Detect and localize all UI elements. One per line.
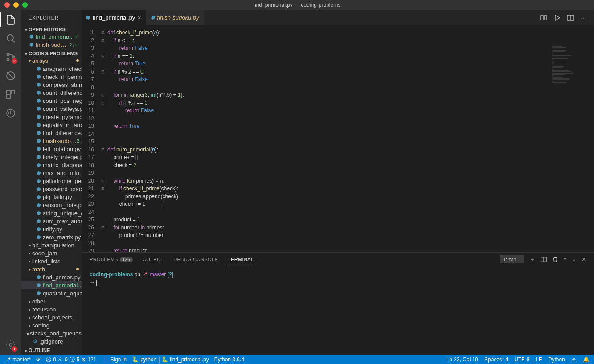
new-terminal-icon[interactable]: ＋ [530, 256, 535, 263]
folder-recursion[interactable]: ▸recursion [21, 305, 82, 313]
file-item[interactable]: ⬢zero_matrix.py [21, 233, 82, 241]
folder-math[interactable]: ▾math [21, 265, 82, 273]
close-window[interactable] [4, 2, 10, 8]
status-problems[interactable]: ⓧ 0 ⚠ 0 ⓘ 5 ⊘ 121 [46, 356, 96, 364]
split-terminal-icon[interactable] [541, 256, 547, 262]
terminal-selector[interactable]: 1: zsh [500, 255, 524, 263]
run-icon[interactable] [553, 14, 561, 21]
file-item[interactable]: ⬢ransom_note.py [21, 201, 82, 209]
status-encoding[interactable]: UTF-8 [514, 356, 529, 363]
file-item[interactable]: ⬢max_and_min_sum… [21, 169, 82, 177]
maximize-panel-icon[interactable]: ^ [564, 256, 566, 262]
file-item[interactable]: ⬢equality_in_array.py [21, 121, 82, 129]
status-lncol[interactable]: Ln 23, Col 19 [447, 356, 478, 363]
status-eol[interactable]: LF [536, 356, 542, 363]
code-editor[interactable]: 1234567891011121314151617181920212223242… [82, 25, 594, 252]
file-item[interactable]: ⬢left_rotation.py [21, 145, 82, 153]
file-item[interactable]: ⬢matrix_diagonal_di… [21, 161, 82, 169]
folder-sorting[interactable]: ▸sorting [21, 321, 82, 329]
file-item[interactable]: ⬢find_primes.py [21, 273, 82, 281]
panel-down-icon[interactable]: ⌄ [572, 256, 576, 262]
file-item[interactable]: ⬢finish-sudo…2, U [21, 137, 82, 145]
panel-tab-problems[interactable]: PROBLEMS126 [90, 254, 133, 265]
debug-icon[interactable] [5, 70, 16, 81]
status-branch[interactable]: ⎇ master* [4, 356, 31, 363]
status-signin[interactable]: 👤 Sign in [102, 356, 127, 363]
kill-terminal-icon[interactable] [552, 256, 558, 262]
close-tab-icon[interactable]: × [137, 14, 141, 21]
editor-tab[interactable]: ⬢finish-sudoku.py [146, 10, 204, 25]
source-control-icon[interactable]: 2 [5, 52, 16, 62]
file-item[interactable]: ⬢sum_max_subarra… [21, 217, 82, 225]
folder-other[interactable]: ▸other [21, 297, 82, 305]
maximize-window[interactable] [22, 2, 28, 8]
file-item[interactable]: ⬢count_pos_neg_ze… [21, 97, 82, 105]
status-sync[interactable]: ⟳ [36, 356, 41, 363]
minimap[interactable] [552, 45, 588, 134]
file-item[interactable]: ⬢string_unique_cha… [21, 209, 82, 217]
status-bell-icon[interactable]: 🔔 [583, 356, 590, 363]
line-numbers: 1234567891011121314151617181920212223242… [82, 25, 100, 252]
file-item[interactable]: ⬢urlify.py [21, 225, 82, 233]
settings-gear-icon[interactable]: 1 [5, 339, 16, 350]
file-item[interactable]: ⬢compress_string.py [21, 81, 82, 89]
bottom-panel: PROBLEMS126 OUTPUT DEBUG CONSOLE TERMINA… [82, 252, 594, 355]
file-item[interactable]: ⬢password_cracker… [21, 185, 82, 193]
file-item[interactable]: ⬢count_differences… [21, 89, 82, 97]
file-item[interactable]: ⬢create_pyramid.py [21, 113, 82, 121]
editor-tab[interactable]: ⬢find_primorial.py× [82, 10, 146, 25]
file-item[interactable]: ⬢anagram_check.py [21, 65, 82, 73]
project-section[interactable]: ▾CODING-PROBLEMS [21, 50, 82, 57]
folder-code_jam[interactable]: ▸code_jam [21, 249, 82, 257]
svg-line-1 [12, 40, 15, 42]
file-item[interactable]: ⬢check_if_permutat… [21, 73, 82, 81]
open-editors-section[interactable]: ▾OPEN EDITORS [21, 26, 82, 33]
sidebar-header: EXPLORER [21, 10, 82, 25]
file-item[interactable]: ⬢pig_latin.py [21, 193, 82, 201]
outline-section[interactable]: ▸OUTLINE [21, 347, 82, 353]
status-spaces[interactable]: Spaces: 4 [484, 356, 508, 363]
folder-arrays[interactable]: ▾arrays [21, 57, 82, 65]
svg-point-11 [9, 344, 12, 346]
open-editor-item[interactable]: ⬢finish-sud…2, U [21, 41, 82, 49]
file-item[interactable]: ⬢palindrome_permu… [21, 177, 82, 185]
file-item[interactable]: ⬢find_primorial.…U [21, 281, 82, 289]
compare-icon[interactable] [540, 14, 547, 21]
split-icon[interactable] [567, 14, 574, 21]
svg-rect-9 [7, 95, 10, 98]
folder-stacks_and_queues[interactable]: ▸stacks_and_queues [21, 329, 82, 337]
search-icon[interactable] [5, 33, 16, 44]
svg-point-4 [12, 56, 15, 58]
svg-line-6 [7, 72, 14, 79]
svg-point-10 [7, 109, 15, 117]
explorer-icon[interactable] [5, 14, 16, 25]
folder-linked_lists[interactable]: ▸linked_lists [21, 257, 82, 265]
docker-icon[interactable] [5, 108, 16, 119]
file-item[interactable]: ⬢lonely_integer.py [21, 153, 82, 161]
status-python-version[interactable]: Python 3.6.4 [214, 356, 244, 363]
file-item[interactable]: ⬢quadratic_equatio… [21, 289, 82, 297]
code-content[interactable]: def check_if_prime(n): if n <= 1: return… [106, 25, 594, 252]
traffic-lights [0, 2, 28, 8]
panel-tab-terminal[interactable]: TERMINAL [228, 254, 254, 265]
extensions-icon[interactable] [5, 89, 16, 100]
file-item[interactable]: ⚙.gitignore [21, 337, 82, 345]
svg-point-3 [7, 59, 9, 61]
folder-school_projects[interactable]: ▸school_projects [21, 313, 82, 321]
terminal[interactable]: coding-problems on ⎇ master [?] → [82, 266, 594, 355]
more-icon[interactable]: ··· [580, 14, 588, 21]
panel-tab-debug[interactable]: DEBUG CONSOLE [173, 254, 218, 265]
svg-rect-13 [544, 16, 547, 20]
window-title: find_primorial.py — coding-problems [254, 2, 340, 8]
status-python-env[interactable]: 🐍 python | 🐍 find_primorial.py [132, 356, 209, 363]
file-item[interactable]: ⬢count_valleys.py [21, 105, 82, 113]
panel-tab-output[interactable]: OUTPUT [143, 254, 164, 265]
activity-bar: 2 1 [0, 10, 21, 355]
status-feedback-icon[interactable]: ☺ [571, 356, 577, 363]
open-editor-item[interactable]: ⬢find_primoria..U [21, 33, 82, 41]
minimize-window[interactable] [13, 2, 19, 8]
close-panel-icon[interactable]: ✕ [582, 256, 586, 262]
status-lang[interactable]: Python [548, 356, 565, 363]
folder-bit_manipulation[interactable]: ▸bit_manipulation [21, 241, 82, 249]
file-item[interactable]: ⬢find_difference.py [21, 129, 82, 137]
